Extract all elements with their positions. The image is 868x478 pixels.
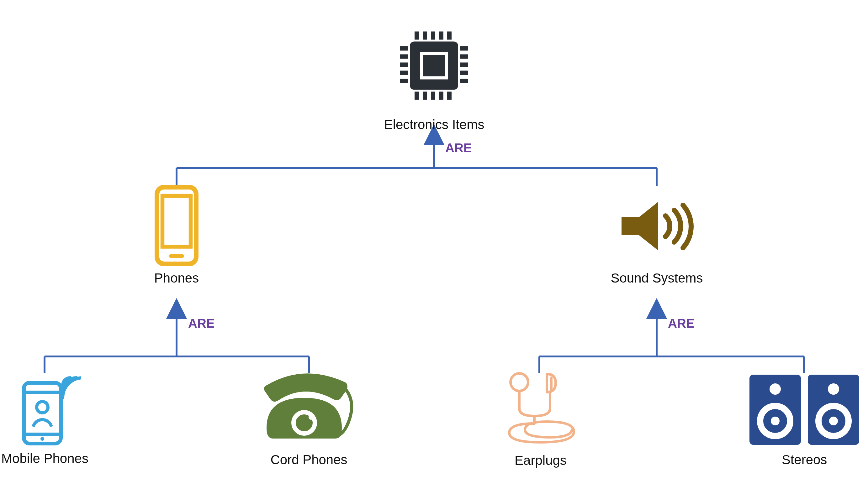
svg-point-58 <box>829 417 838 425</box>
svg-rect-37 <box>622 217 639 235</box>
node-cord-phones: Cord Phones <box>254 363 364 467</box>
node-label: Earplugs <box>515 453 567 468</box>
node-phones: Phones <box>153 185 200 286</box>
earplugs-icon <box>500 367 581 449</box>
svg-marker-38 <box>639 202 658 250</box>
node-electronics: Electronics Items <box>397 19 471 132</box>
node-label: Electronics Items <box>384 117 485 132</box>
node-label: Sound Systems <box>611 271 703 286</box>
mobile-blue-icon <box>9 372 81 447</box>
hierarchy-diagram: ARE ARE ARE Electronics Items <box>0 0 868 478</box>
chip-icon <box>397 19 471 113</box>
node-label: Cord Phones <box>270 452 347 467</box>
node-stereos: Stereos <box>746 372 862 467</box>
svg-point-57 <box>771 417 780 425</box>
svg-point-54 <box>828 383 839 395</box>
node-earplugs: Earplugs <box>500 367 581 468</box>
smartphone-yellow-icon <box>153 185 200 266</box>
svg-point-42 <box>40 437 44 441</box>
svg-point-53 <box>770 383 781 395</box>
node-label: Mobile Phones <box>1 451 88 466</box>
node-label: Phones <box>154 271 199 286</box>
svg-point-45 <box>309 415 314 420</box>
node-label: Stereos <box>782 452 827 467</box>
svg-point-46 <box>510 373 528 391</box>
svg-point-43 <box>37 402 48 413</box>
stereo-icon <box>746 372 862 448</box>
cord-phone-icon <box>254 363 364 448</box>
speaker-brown-icon <box>615 185 699 266</box>
edge-label-root: ARE <box>445 141 472 155</box>
svg-rect-35 <box>162 196 191 247</box>
node-mobile-phones: Mobile Phones <box>9 372 81 466</box>
edge-label-sound: ARE <box>668 316 694 331</box>
svg-rect-32 <box>410 42 458 90</box>
node-sound-systems: Sound Systems <box>615 185 699 286</box>
edge-label-phones: ARE <box>188 316 215 331</box>
